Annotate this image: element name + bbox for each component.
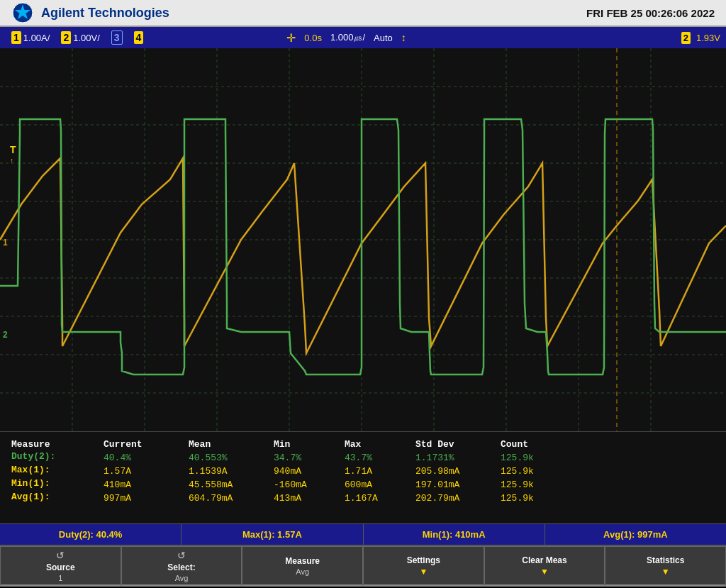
row4-stddev: 202.79mA xyxy=(415,492,501,505)
status-max: Max(1): 1.57A xyxy=(182,524,363,545)
row1-min: 34.7% xyxy=(274,451,345,465)
button-bar: ↺ Source 1 ↺ Select: Avg Measure Avg Set… xyxy=(0,545,726,587)
row2-count: 125.9k xyxy=(501,465,571,478)
svg-text:T: T xyxy=(10,144,16,155)
settings-button[interactable]: Settings ▼ xyxy=(363,546,484,587)
row4-label: Avg(1): xyxy=(11,492,104,505)
ch4-number: 4 xyxy=(134,31,144,44)
grid: T ↑ 1 2 xyxy=(0,48,726,431)
statistics-arrow-icon: ▼ xyxy=(661,567,670,577)
source-button[interactable]: ↺ Source 1 xyxy=(0,546,121,587)
select-icon: ↺ xyxy=(177,550,186,561)
meas-row-duty: Duty(2): 40.4% 40.553% 34.7% 43.7% 1.173… xyxy=(11,451,715,465)
svg-text:↑: ↑ xyxy=(10,157,13,165)
trigger-mode: Auto xyxy=(374,33,393,43)
measure-label: Measure xyxy=(285,556,320,566)
svg-text:2: 2 xyxy=(3,330,8,340)
header: Agilent Technologies FRI FEB 25 00:26:06… xyxy=(0,0,726,27)
col-mean: Mean xyxy=(189,438,274,451)
row1-label: Duty(2): xyxy=(11,451,104,465)
ch2-number: 2 xyxy=(61,31,71,44)
time-offset: 0.0s xyxy=(304,33,322,43)
brand-name: Agilent Technologies xyxy=(41,6,169,21)
trigger-channel: 2 xyxy=(681,32,691,44)
clear-meas-label: Clear Meas xyxy=(522,555,566,565)
row3-label: Min(1): xyxy=(11,478,104,492)
measurement-table: Measure Current Mean Min Max Std Dev Cou… xyxy=(0,431,726,523)
settings-arrow-icon: ▼ xyxy=(419,567,428,577)
row3-max: 600mA xyxy=(345,478,415,492)
channel-3-item[interactable]: 3 xyxy=(106,27,128,48)
ch3-number: 3 xyxy=(111,30,123,45)
row1-max: 43.7% xyxy=(345,451,415,465)
row2-max: 1.71A xyxy=(345,465,415,478)
meas-grid-header: Measure Current Mean Min Max Std Dev Cou… xyxy=(11,438,715,451)
row4-max: 1.167A xyxy=(345,492,415,505)
measure-button[interactable]: Measure Avg xyxy=(242,546,363,587)
datetime-display: FRI FEB 25 00:26:06 2022 xyxy=(586,7,715,19)
ch1-number: 1 xyxy=(11,31,21,44)
col-min: Min xyxy=(274,438,345,451)
statistics-button[interactable]: Statistics ▼ xyxy=(605,546,726,587)
channel-2-item[interactable]: 2 1.00V/ xyxy=(55,27,105,48)
select-label: Select: xyxy=(167,562,195,572)
ch2-value: 1.00V/ xyxy=(73,33,100,43)
row1-current: 40.4% xyxy=(104,451,189,465)
row4-current: 997mA xyxy=(104,492,189,505)
meas-row-avg: Avg(1): 997mA 604.79mA 413mA 1.167A 202.… xyxy=(11,492,715,505)
status-duty: Duty(2): 40.4% xyxy=(0,524,182,545)
select-button[interactable]: ↺ Select: Avg xyxy=(121,546,242,587)
meas-row-max: Max(1): 1.57A 1.1539A 940mA 1.71A 205.98… xyxy=(11,465,715,478)
agilent-logo xyxy=(11,1,34,24)
row2-min: 940mA xyxy=(274,465,345,478)
status-avg: Avg(1): 997mA xyxy=(545,524,726,545)
row3-min: -160mA xyxy=(274,478,345,492)
status-min: Min(1): 410mA xyxy=(364,524,545,545)
time-div: 1.000㎲/ xyxy=(330,31,365,44)
row1-stddev: 1.1731% xyxy=(415,451,501,465)
clear-meas-arrow-icon: ▼ xyxy=(540,567,549,577)
col-count: Count xyxy=(501,438,571,451)
measure-sub: Avg xyxy=(296,567,309,576)
scope-display: T ↑ 1 2 xyxy=(0,48,726,431)
status-bar: Duty(2): 40.4% Max(1): 1.57A Min(1): 410… xyxy=(0,523,726,545)
row2-current: 1.57A xyxy=(104,465,189,478)
channel-4-item[interactable]: 4 xyxy=(128,27,150,48)
row1-mean: 40.553% xyxy=(189,451,274,465)
source-sub: 1 xyxy=(58,574,62,582)
channel-1-item[interactable]: 1 1.00A/ xyxy=(6,27,55,48)
row2-stddev: 205.98mA xyxy=(415,465,501,478)
svg-text:1: 1 xyxy=(3,238,8,248)
col-measure: Measure xyxy=(11,438,104,451)
row2-label: Max(1): xyxy=(11,465,104,478)
ch1-value: 1.00A/ xyxy=(23,33,50,43)
row4-mean: 604.79mA xyxy=(189,492,274,505)
source-label: Source xyxy=(46,562,75,572)
col-max: Max xyxy=(345,438,415,451)
source-icon: ↺ xyxy=(56,550,65,561)
crosshair-icon: ✛ xyxy=(286,31,296,45)
logo-area: Agilent Technologies xyxy=(11,1,169,24)
row3-current: 410mA xyxy=(104,478,189,492)
row3-count: 125.9k xyxy=(501,478,571,492)
row3-stddev: 197.01mA xyxy=(415,478,501,492)
statistics-label: Statistics xyxy=(647,555,684,565)
trigger-value: 1.93V xyxy=(696,33,720,43)
select-sub: Avg xyxy=(175,574,189,582)
clear-meas-button[interactable]: Clear Meas ▼ xyxy=(484,546,605,587)
channel-bar: 1 1.00A/ 2 1.00V/ 3 4 ✛ 0.0s 1.000㎲/ Aut… xyxy=(0,27,726,48)
meas-row-min: Min(1): 410mA 45.558mA -160mA 600mA 197.… xyxy=(11,478,715,492)
row2-mean: 1.1539A xyxy=(189,465,274,478)
trigger-controls: 2 1.93V xyxy=(681,32,720,44)
row1-count: 125.9k xyxy=(501,451,571,465)
trigger-arrow-icon: ↕ xyxy=(401,32,406,43)
row4-count: 125.9k xyxy=(501,492,571,505)
row3-mean: 45.558mA xyxy=(189,478,274,492)
time-controls: ✛ 0.0s 1.000㎲/ Auto ↕ xyxy=(286,31,406,45)
col-current: Current xyxy=(104,438,189,451)
row4-min: 413mA xyxy=(274,492,345,505)
settings-label: Settings xyxy=(407,555,440,565)
col-stddev: Std Dev xyxy=(415,438,501,451)
